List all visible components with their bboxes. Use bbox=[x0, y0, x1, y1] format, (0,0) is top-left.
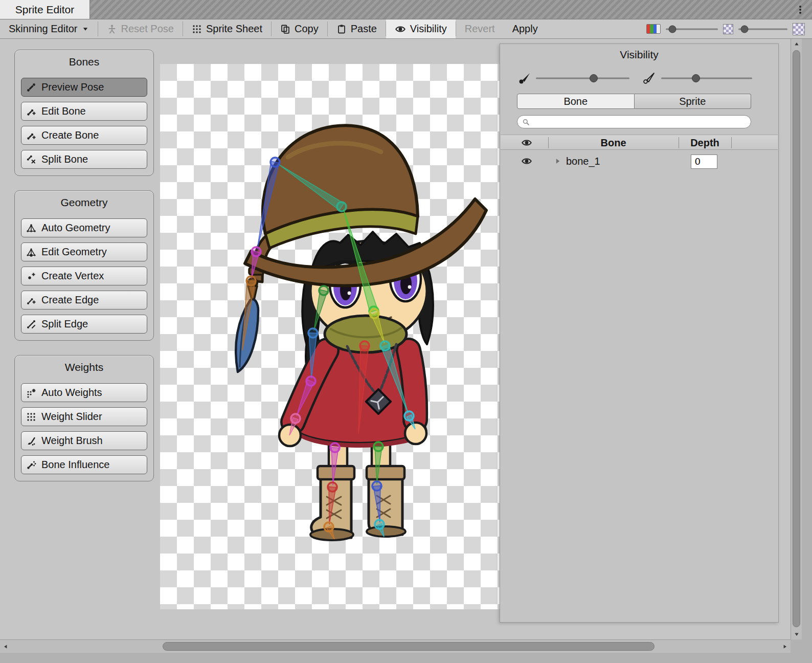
toolbar-right-cluster bbox=[646, 19, 812, 38]
bone-table-header: Bone Depth bbox=[501, 135, 778, 150]
paste-icon bbox=[336, 24, 347, 34]
bone-size-icon bbox=[518, 72, 531, 85]
paste-label: Paste bbox=[351, 23, 377, 35]
create-vertex-button[interactable]: Create Vertex bbox=[21, 267, 147, 285]
edit-bone-icon bbox=[26, 106, 36, 117]
tab-bone-label: Bone bbox=[563, 96, 588, 107]
scroll-down-arrow[interactable] bbox=[791, 629, 802, 639]
vertical-scrollbar-thumb[interactable] bbox=[793, 50, 800, 627]
vertical-scrollbar[interactable] bbox=[791, 39, 802, 639]
copy-button[interactable]: Copy bbox=[272, 19, 327, 38]
preview-pose-icon bbox=[26, 82, 36, 93]
edit-geometry-label: Edit Geometry bbox=[41, 246, 107, 258]
auto-weights-button[interactable]: Auto Weights bbox=[21, 383, 147, 402]
geometry-panel-title: Geometry bbox=[21, 194, 147, 213]
eye-icon bbox=[395, 24, 406, 35]
weight-slider-button[interactable]: Weight Slider bbox=[21, 407, 147, 426]
tab-sprite[interactable]: Sprite bbox=[635, 94, 752, 109]
bones-panel-title: Bones bbox=[21, 53, 147, 73]
row-visibility-eye-icon[interactable] bbox=[521, 156, 532, 167]
alpha-checker-icon[interactable] bbox=[723, 24, 733, 34]
tab-bone[interactable]: Bone bbox=[517, 94, 635, 109]
reset-pose-icon bbox=[107, 24, 117, 34]
search-icon bbox=[522, 118, 530, 126]
visibility-panel-title: Visibility bbox=[500, 44, 778, 61]
copy-label: Copy bbox=[295, 23, 319, 35]
skinning-editor-label: Skinning Editor bbox=[9, 23, 78, 35]
weight-slider-label: Weight Slider bbox=[41, 411, 102, 423]
weight-brush-icon bbox=[26, 436, 36, 446]
horizontal-scrollbar-thumb[interactable] bbox=[163, 642, 655, 651]
sprite-sheet-label: Sprite Sheet bbox=[206, 23, 262, 35]
paste-button[interactable]: Paste bbox=[328, 19, 386, 38]
create-bone-button[interactable]: Create Bone bbox=[21, 126, 147, 145]
sprite-opacity-slider[interactable] bbox=[661, 71, 752, 86]
sprite-opacity-slider-track bbox=[661, 78, 752, 79]
sprite-sheet-button[interactable]: Sprite Sheet bbox=[183, 19, 271, 38]
preview-pose-label: Preview Pose bbox=[41, 81, 104, 93]
preview-pose-button[interactable]: Preview Pose bbox=[21, 78, 147, 97]
auto-weights-icon bbox=[26, 388, 36, 398]
bone-size-slider-handle[interactable] bbox=[590, 74, 598, 82]
weight-brush-button[interactable]: Weight Brush bbox=[21, 431, 147, 450]
scroll-right-arrow[interactable] bbox=[779, 640, 791, 653]
create-edge-button[interactable]: Create Edge bbox=[21, 291, 147, 310]
visibility-search-input[interactable] bbox=[533, 117, 746, 127]
zoom-slider-handle[interactable] bbox=[669, 25, 676, 33]
visibility-column-eye-icon[interactable] bbox=[521, 137, 532, 148]
create-bone-label: Create Bone bbox=[41, 129, 99, 141]
alpha-slider[interactable] bbox=[738, 19, 787, 39]
bone-row-label: bone_1 bbox=[566, 156, 600, 167]
kebab-menu-icon bbox=[795, 5, 805, 15]
scroll-up-arrow[interactable] bbox=[791, 39, 802, 49]
split-edge-button[interactable]: Split Edge bbox=[21, 315, 147, 334]
sprite-opacity-slider-handle[interactable] bbox=[692, 74, 700, 82]
weights-panel-title: Weights bbox=[21, 359, 147, 378]
window-menu-button[interactable] bbox=[793, 2, 808, 17]
apply-label: Apply bbox=[512, 23, 538, 35]
window-tab-bar: Sprite Editor bbox=[0, 0, 812, 19]
create-edge-icon bbox=[26, 295, 36, 305]
bone-size-slider-track bbox=[536, 78, 629, 79]
bone-row[interactable]: bone_1 bbox=[501, 152, 778, 172]
bone-outline-icon bbox=[642, 72, 656, 85]
alpha-slider-handle[interactable] bbox=[740, 25, 748, 33]
split-bone-button[interactable]: Split Bone bbox=[21, 150, 147, 169]
column-separator bbox=[731, 137, 732, 148]
bone-influence-button[interactable]: Bone Influence bbox=[21, 455, 147, 474]
toolbar: Skinning Editor Reset Pose Sprite Sheet … bbox=[0, 19, 812, 39]
edit-geometry-button[interactable]: Edit Geometry bbox=[21, 242, 147, 261]
scroll-left-arrow[interactable] bbox=[0, 640, 11, 653]
skinning-editor-dropdown[interactable]: Skinning Editor bbox=[0, 19, 98, 38]
alpha-checker-large-icon[interactable] bbox=[793, 23, 805, 35]
split-bone-icon bbox=[26, 154, 36, 165]
bones-panel: Bones Preview Pose Edit Bone Create Bone… bbox=[14, 50, 154, 176]
horizontal-scrollbar[interactable] bbox=[0, 639, 791, 653]
tab-sprite-editor[interactable]: Sprite Editor bbox=[0, 0, 90, 19]
reset-pose-button: Reset Pose bbox=[98, 19, 183, 38]
revert-button: Revert bbox=[456, 19, 504, 38]
bone-influence-label: Bone Influence bbox=[41, 459, 109, 471]
auto-geometry-label: Auto Geometry bbox=[41, 222, 110, 234]
auto-geometry-button[interactable]: Auto Geometry bbox=[21, 218, 147, 237]
reset-pose-label: Reset Pose bbox=[121, 23, 174, 35]
visibility-search bbox=[517, 115, 751, 128]
edit-bone-button[interactable]: Edit Bone bbox=[21, 102, 147, 121]
visibility-tabs: Bone Sprite bbox=[517, 94, 751, 109]
color-channels-button[interactable] bbox=[646, 24, 661, 34]
apply-button[interactable]: Apply bbox=[504, 19, 547, 38]
edit-bone-label: Edit Bone bbox=[41, 105, 86, 117]
bone-size-slider[interactable] bbox=[536, 71, 629, 86]
edit-geometry-icon bbox=[26, 247, 36, 257]
split-bone-label: Split Bone bbox=[41, 153, 88, 165]
depth-input[interactable] bbox=[691, 154, 717, 169]
create-bone-icon bbox=[26, 130, 36, 141]
create-vertex-label: Create Vertex bbox=[41, 270, 104, 282]
bone-column-header: Bone bbox=[548, 135, 679, 150]
character-sprite bbox=[236, 125, 486, 540]
expand-arrow-icon[interactable] bbox=[554, 157, 562, 165]
sprite-canvas[interactable] bbox=[160, 64, 500, 609]
visibility-button[interactable]: Visibility bbox=[386, 19, 456, 38]
auto-geometry-icon bbox=[26, 223, 36, 233]
zoom-slider[interactable] bbox=[666, 19, 718, 39]
